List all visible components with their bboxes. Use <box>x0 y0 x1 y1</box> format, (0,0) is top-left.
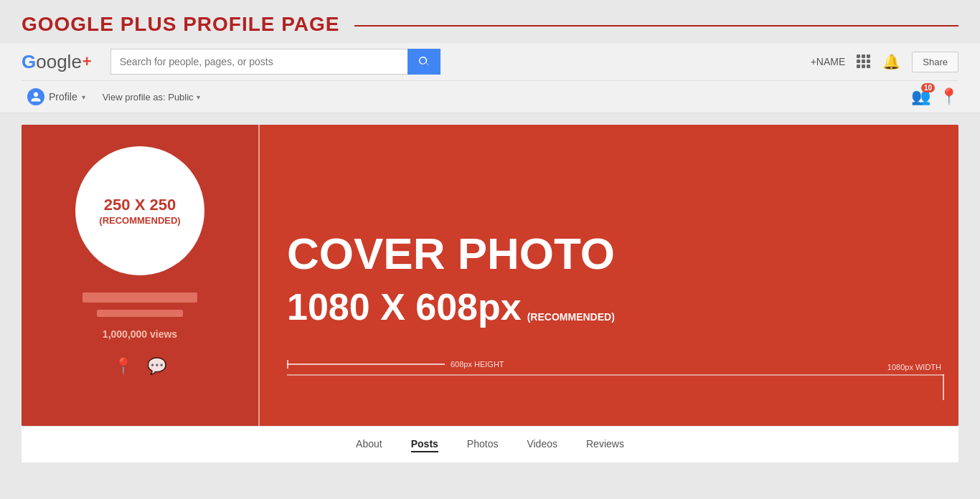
vertical-divider <box>258 125 260 426</box>
logo-plus: + <box>83 52 92 71</box>
gplus-logo[interactable]: Google+ <box>22 51 92 73</box>
share-button[interactable]: Share <box>912 52 958 72</box>
height-label: 608px HEIGHT <box>451 360 504 369</box>
cover-photo-size: 1080 X 608px (RECOMMENDED) <box>287 285 937 328</box>
profile-avatar-circle: 250 X 250 (RECOMMENDED) <box>75 146 204 275</box>
gplus-topbar: Google+ +NAME <box>22 43 958 80</box>
search-button[interactable] <box>407 49 440 75</box>
grid-dot <box>857 54 860 58</box>
nav-tab-photos[interactable]: Photos <box>467 437 499 452</box>
avatar-recommended-text: (RECOMMENDED) <box>99 215 180 226</box>
width-indicator-line <box>943 374 944 400</box>
grid-dot <box>857 65 860 68</box>
profile-name-placeholder <box>83 293 197 303</box>
notifications-icon[interactable]: 🔔 <box>882 53 900 70</box>
logo-g: G <box>22 51 36 73</box>
gplus-container: Google+ +NAME <box>0 43 980 113</box>
width-measurement: 1080px WIDTH <box>887 363 944 400</box>
location-icon[interactable]: 📍 <box>939 87 958 106</box>
search-bar <box>110 49 440 75</box>
profile-label: Profile <box>49 91 77 103</box>
height-line <box>287 363 445 365</box>
profile-sub-placeholder <box>97 310 183 317</box>
secondbar-right: 👥 10 📍 <box>911 87 958 106</box>
grid-dot <box>862 65 865 68</box>
profile-avatar-icon <box>27 88 44 105</box>
title-divider <box>354 25 958 27</box>
gplus-secondbar: Profile ▾ View profile as: Public ▾ 👥 10… <box>22 80 958 113</box>
cover-bottom-line <box>287 374 944 376</box>
grid-dot <box>867 60 870 63</box>
search-input[interactable] <box>110 49 407 75</box>
grid-dot <box>867 54 870 58</box>
page-title: GOOGLE PLUS PROFILE PAGE <box>22 13 340 36</box>
nav-tab-videos[interactable]: Videos <box>527 437 557 452</box>
profile-right: COVER PHOTO 1080 X 608px (RECOMMENDED) 6… <box>258 125 958 426</box>
nav-tab-reviews[interactable]: Reviews <box>586 437 624 452</box>
profile-chevron-icon: ▾ <box>82 93 85 101</box>
profile-nav: AboutPostsPhotosVideosReviews <box>22 426 958 462</box>
profile-dropdown[interactable]: Profile ▾ <box>22 85 91 108</box>
cover-size-value: 1080 X 608px <box>287 285 522 328</box>
message-icon: 💬 <box>147 357 166 376</box>
views-count: 1,000,000 views <box>103 328 177 340</box>
cover-recommended: (RECOMMENDED) <box>527 311 615 323</box>
main-content: 250 X 250 (RECOMMENDED) 1,000,000 views … <box>0 113 980 477</box>
topbar-right: +NAME 🔔 Share <box>811 52 958 72</box>
profile-left: 250 X 250 (RECOMMENDED) 1,000,000 views … <box>22 125 258 426</box>
grid-dot <box>862 54 865 58</box>
notification-badge: 10 <box>921 83 935 92</box>
grid-dot <box>862 60 865 63</box>
profile-card: 250 X 250 (RECOMMENDED) 1,000,000 views … <box>22 125 958 426</box>
logo-oogle: oogle <box>36 51 82 73</box>
view-profile-dropdown[interactable]: View profile as: Public ▾ <box>103 92 200 103</box>
people-icon-wrapper[interactable]: 👥 10 <box>911 87 930 106</box>
person-icon <box>30 91 42 103</box>
name-label[interactable]: +NAME <box>811 56 846 67</box>
search-icon <box>418 55 430 68</box>
apps-icon[interactable] <box>857 54 871 69</box>
nav-tab-about[interactable]: About <box>356 437 382 452</box>
view-profile-chevron-icon: ▾ <box>197 93 200 101</box>
grid-dot <box>857 60 860 63</box>
cover-photo-title: COVER PHOTO <box>287 229 937 278</box>
grid-dot <box>867 65 870 68</box>
width-label: 1080px WIDTH <box>887 363 941 371</box>
avatar-size-text: 250 X 250 <box>104 196 176 214</box>
nav-tab-posts[interactable]: Posts <box>411 437 438 452</box>
profile-icons-row: 📍 💬 <box>113 357 166 376</box>
height-measurement: 608px HEIGHT <box>287 360 504 369</box>
view-profile-label: View profile as: Public <box>103 92 194 103</box>
page-title-area: GOOGLE PLUS PROFILE PAGE <box>0 0 980 43</box>
pin-icon: 📍 <box>113 357 133 376</box>
